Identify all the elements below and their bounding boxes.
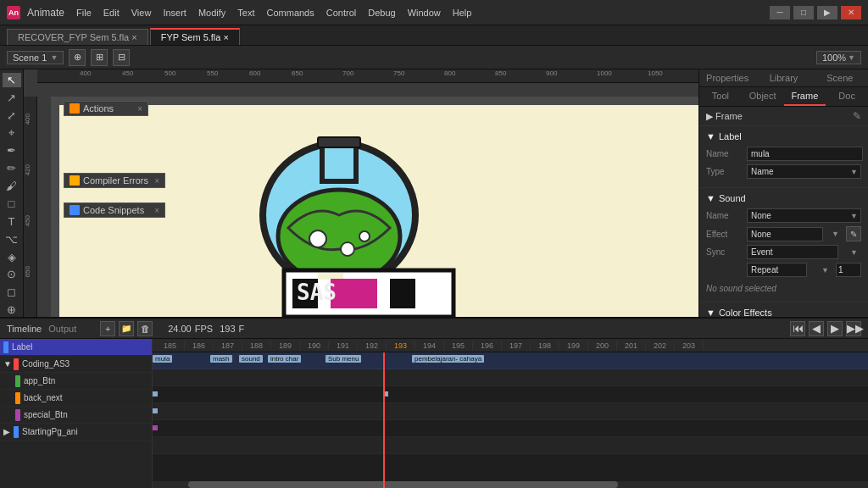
- code-snippets-panel[interactable]: Code Snippets ×: [64, 202, 165, 218]
- timeline-scrollbar[interactable]: [153, 481, 868, 488]
- compiler-errors-header[interactable]: Compiler Errors ×: [64, 174, 164, 187]
- sound-repeat-count[interactable]: [836, 263, 861, 277]
- sound-name-select[interactable]: None: [747, 208, 861, 223]
- tab-doc[interactable]: Doc: [826, 87, 868, 106]
- menu-debug[interactable]: Debug: [363, 6, 400, 19]
- special-frame-row[interactable]: [153, 420, 868, 437]
- tab-library[interactable]: Library: [755, 69, 811, 86]
- tab-recover[interactable]: RECOVER_FYP Sem 5.fla ×: [7, 29, 148, 45]
- layer-starting-expand[interactable]: ▶: [3, 427, 10, 436]
- actions-panel-header[interactable]: Actions ×: [64, 102, 147, 115]
- delete-layer-btn[interactable]: 🗑: [137, 321, 153, 336]
- color-effects-header[interactable]: ▼ Color Effects: [706, 308, 861, 317]
- label-section-header[interactable]: ▼ Label: [706, 131, 861, 141]
- zoom-selector[interactable]: 100% ▼: [816, 51, 861, 64]
- menu-modify[interactable]: Modify: [193, 6, 231, 19]
- menu-commands[interactable]: Commands: [262, 6, 320, 19]
- tab-object[interactable]: Object: [742, 87, 784, 106]
- compiler-errors-panel[interactable]: Compiler Errors ×: [64, 173, 165, 188]
- code-snippets-header[interactable]: Code Snippets ×: [64, 203, 164, 217]
- new-layer-btn[interactable]: +: [100, 321, 115, 336]
- tab-scene[interactable]: Scene: [812, 69, 868, 86]
- layer-expand-icon[interactable]: ▼: [3, 359, 10, 369]
- menu-control[interactable]: Control: [321, 6, 361, 19]
- frame-190: 190: [300, 341, 329, 350]
- actions-panel[interactable]: Actions ×: [64, 101, 148, 116]
- sound-sync-select[interactable]: Event Start Stop Stream: [747, 245, 838, 259]
- bone-tool[interactable]: ⌥: [3, 232, 21, 247]
- lasso-tool[interactable]: ⌖: [3, 126, 21, 141]
- panel-sub-tabs: Tool Object Frame Doc: [699, 87, 868, 107]
- shape-tool[interactable]: □: [3, 197, 21, 211]
- select-tool[interactable]: ↖: [3, 73, 21, 87]
- frame-section-edit-icon[interactable]: ✎: [853, 110, 861, 122]
- eraser-tool[interactable]: ◻: [3, 285, 21, 299]
- menu-text[interactable]: Text: [232, 6, 259, 19]
- step-fwd-btn[interactable]: ▶▶: [846, 321, 861, 336]
- actions-close-button[interactable]: ×: [137, 104, 142, 114]
- menu-insert[interactable]: Insert: [158, 6, 192, 19]
- label-frame-row[interactable]: mula mash sound intro char Sub menu pemb…: [153, 352, 868, 369]
- tab-fyp[interactable]: FYP Sem 5.fla ×: [150, 28, 240, 45]
- back-frame-row[interactable]: [153, 403, 868, 420]
- subselect-tool[interactable]: ↗: [3, 91, 21, 105]
- layer-label[interactable]: Label: [0, 339, 152, 356]
- layer-app-btn[interactable]: app_Btn: [0, 373, 152, 390]
- tab-tool[interactable]: Tool: [699, 87, 742, 106]
- folder-btn[interactable]: 📁: [119, 321, 134, 336]
- ruler-left: 400 420 450 650: [24, 97, 37, 317]
- play-btn[interactable]: ▶: [827, 321, 843, 336]
- layer-coding[interactable]: ▼ Coding_AS3: [0, 356, 152, 373]
- minimize-button[interactable]: ─: [770, 6, 790, 19]
- sound-section-header[interactable]: ▼ Sound: [706, 193, 861, 203]
- go-start-btn[interactable]: ⏮: [790, 321, 805, 336]
- window-controls: ─ □ ▶ ✕: [770, 6, 861, 19]
- svg-rect-2: [318, 137, 360, 147]
- layer-coding-name: Coding_AS3: [22, 359, 148, 369]
- pencil-tool[interactable]: ✏: [3, 161, 21, 175]
- transform-icon[interactable]: ⊞: [91, 49, 108, 66]
- tab-properties[interactable]: Properties: [699, 69, 755, 86]
- fullscreen-button[interactable]: ▶: [817, 6, 837, 19]
- scene-selector[interactable]: Scene 1 ▼: [7, 51, 64, 64]
- menu-help[interactable]: Help: [448, 6, 477, 19]
- collapse-icon: ▼: [706, 131, 715, 141]
- text-tool[interactable]: T: [3, 214, 21, 229]
- close-button[interactable]: ✕: [841, 6, 861, 19]
- menu-view[interactable]: View: [126, 6, 157, 19]
- eyedropper-tool[interactable]: ⊙: [3, 267, 21, 281]
- type-select-wrapper: Name Comment Anchor ▼: [747, 164, 861, 179]
- transform-tool[interactable]: ⤢: [3, 108, 21, 123]
- sound-repeat-select[interactable]: Repeat Loop: [747, 263, 807, 277]
- menu-file[interactable]: File: [71, 6, 97, 19]
- layer-back-next[interactable]: back_next: [0, 390, 152, 407]
- fps-unit: FPS: [195, 324, 213, 334]
- maximize-button[interactable]: □: [793, 6, 814, 19]
- brush-tool[interactable]: 🖌: [3, 179, 21, 193]
- layer-starting[interactable]: ▶ StartingPg_ani: [0, 424, 152, 441]
- type-select[interactable]: Name Comment Anchor: [747, 164, 861, 179]
- sound-effect-select[interactable]: None Left Channel Right Channel: [747, 227, 823, 241]
- menu-edit[interactable]: Edit: [98, 6, 125, 19]
- guides-icon[interactable]: ⊟: [113, 49, 130, 66]
- timeline-scrollbar-thumb[interactable]: [188, 481, 617, 488]
- paint-bucket-tool[interactable]: ◈: [3, 250, 21, 264]
- snap-icon[interactable]: ⊕: [69, 49, 86, 66]
- step-back-btn[interactable]: ◀: [809, 321, 824, 336]
- label-name-input[interactable]: [747, 147, 863, 161]
- layer-special-btn[interactable]: special_Btn: [0, 407, 152, 424]
- layer-app-color: [15, 375, 20, 387]
- pen-tool[interactable]: ✒: [3, 143, 21, 158]
- sound-repeat-row: Repeat Loop ▼: [706, 263, 861, 277]
- compiler-errors-close-button[interactable]: ×: [154, 176, 159, 186]
- code-snippets-close-button[interactable]: ×: [154, 206, 159, 215]
- tab-frame[interactable]: Frame: [784, 87, 826, 106]
- starting-frame-row[interactable]: [153, 437, 868, 454]
- coding-frame-row[interactable]: [153, 369, 868, 386]
- sound-edit-btn[interactable]: ✎: [846, 226, 861, 241]
- menu-window[interactable]: Window: [403, 6, 446, 19]
- sound-repeat-arrow: ▼: [821, 266, 829, 274]
- app-btn-frame-row[interactable]: [153, 386, 868, 403]
- sound-effect-row: Effect None Left Channel Right Channel ▼…: [706, 226, 861, 241]
- zoom-tool[interactable]: ⊕: [3, 302, 21, 317]
